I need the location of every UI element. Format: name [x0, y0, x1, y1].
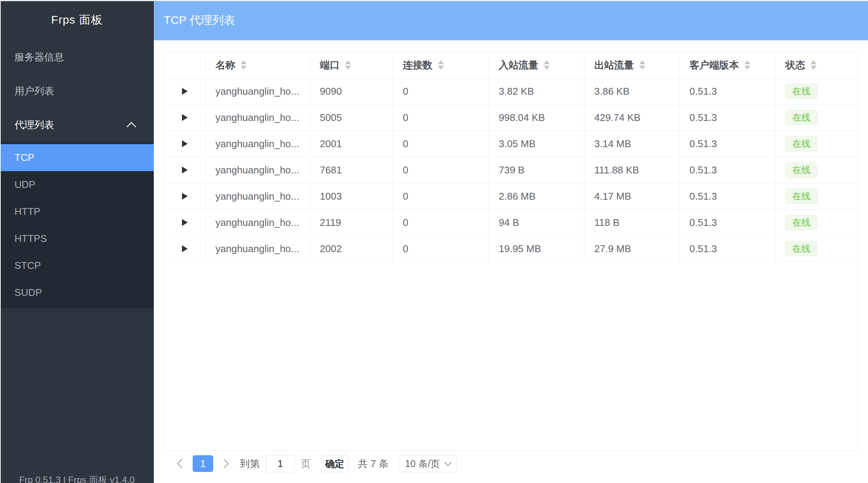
cell-status: 在线 — [775, 210, 857, 235]
sort-caret-icon[interactable] — [811, 60, 817, 70]
column-header[interactable]: 出站流量 — [584, 52, 680, 78]
sort-caret-icon[interactable] — [241, 60, 247, 70]
expand-row-icon[interactable] — [182, 114, 188, 121]
expand-row-icon[interactable] — [182, 245, 188, 252]
table-row: yanghuanglin_ho... 2001 0 3.05 MB 3.14 M… — [164, 131, 857, 157]
status-badge: 在线 — [785, 215, 817, 230]
cell-connections: 0 — [393, 78, 489, 104]
sidebar-subitem[interactable]: TCP — [0, 144, 154, 171]
status-badge: 在线 — [785, 110, 817, 125]
prev-page-icon[interactable] — [177, 459, 186, 468]
cell-port: 2001 — [310, 131, 393, 157]
cell-status: 在线 — [775, 105, 857, 130]
status-badge: 在线 — [785, 241, 817, 256]
expand-row-icon[interactable] — [182, 193, 188, 200]
column-header[interactable]: 名称 — [206, 52, 310, 78]
sidebar-subitem[interactable]: STCP — [0, 252, 154, 279]
table-row: yanghuanglin_ho... 2119 0 94 B 118 B 0.5… — [164, 210, 857, 236]
cell-port: 1003 — [310, 183, 393, 209]
column-header[interactable]: 客户端版本 — [680, 52, 775, 78]
column-label: 连接数 — [403, 59, 432, 72]
page-size-select[interactable]: 10 条/页 — [399, 455, 457, 472]
cell-connections: 0 — [393, 183, 489, 209]
column-header[interactable]: 连接数 — [393, 52, 489, 78]
column-label: 客户端版本 — [689, 59, 739, 72]
column-label: 状态 — [785, 59, 805, 72]
cell-port: 5005 — [310, 105, 393, 130]
expand-row-icon[interactable] — [182, 167, 188, 173]
sidebar-subitem[interactable]: SUDP — [0, 279, 154, 306]
cell-client-version: 0.51.3 — [680, 210, 775, 235]
goto-page-input[interactable] — [266, 455, 295, 472]
cell-traffic-out: 111.88 KB — [584, 157, 680, 183]
page-title: TCP 代理列表 — [164, 13, 235, 28]
column-header[interactable]: 端口 — [310, 52, 393, 78]
total-count-label: 共 7 条 — [358, 457, 389, 470]
cell-traffic-out: 3.86 KB — [584, 78, 680, 104]
expand-cell — [164, 157, 206, 183]
pagination: 1 到第 页 确定 共 7 条 10 条/页 — [164, 455, 457, 472]
next-page-icon[interactable] — [219, 459, 229, 468]
goto-unit-label: 页 — [301, 457, 311, 470]
sort-caret-icon[interactable] — [744, 60, 750, 70]
expand-row-icon[interactable] — [182, 140, 188, 147]
sidebar-subitem[interactable]: HTTP — [0, 198, 154, 225]
chevron-up-icon — [126, 122, 136, 131]
table-row: yanghuanglin_ho... 7681 0 739 B 111.88 K… — [164, 157, 857, 183]
table-row: yanghuanglin_ho... 2002 0 19.95 MB 27.9 … — [164, 236, 857, 262]
confirm-button[interactable]: 确定 — [321, 455, 348, 472]
cell-name: yanghuanglin_ho... — [206, 157, 310, 183]
sidebar-item-user-list[interactable]: 用户列表 — [0, 74, 154, 108]
cell-name: yanghuanglin_ho... — [206, 210, 310, 235]
sort-caret-icon[interactable] — [639, 60, 645, 70]
table-row: yanghuanglin_ho... 5005 0 998.04 KB 429.… — [164, 105, 857, 131]
sidebar-item-proxy-list[interactable]: 代理列表 — [0, 108, 154, 142]
sort-caret-icon[interactable] — [544, 60, 550, 70]
column-header[interactable]: 状态 — [775, 52, 857, 78]
cell-client-version: 0.51.3 — [680, 78, 775, 104]
sidebar-subitem[interactable]: HTTPS — [0, 225, 154, 252]
column-label: 出站流量 — [594, 59, 634, 72]
page-header: TCP 代理列表 — [154, 0, 868, 40]
main-content: 名称 端口 连接数 入站流量 — [154, 40, 868, 483]
sidebar-subitem[interactable]: UDP — [0, 171, 154, 198]
cell-name: yanghuanglin_ho... — [206, 183, 310, 209]
cell-connections: 0 — [393, 131, 489, 157]
cell-connections: 0 — [393, 236, 489, 262]
cell-traffic-in: 94 B — [489, 210, 584, 235]
sort-caret-icon[interactable] — [438, 60, 444, 70]
column-label: 名称 — [215, 59, 235, 72]
expand-row-icon[interactable] — [182, 219, 188, 226]
status-badge: 在线 — [785, 189, 817, 204]
expand-cell — [164, 236, 206, 262]
app-title: Frps 面板 — [0, 0, 154, 40]
column-header[interactable]: 入站流量 — [489, 52, 584, 78]
table-row: yanghuanglin_ho... 9090 0 3.82 KB 3.86 K… — [164, 78, 857, 105]
sidebar-menu: 服务器信息 用户列表 代理列表 TCP UDP HTTP HTTPS STCP … — [0, 40, 154, 308]
expand-column-header — [164, 52, 206, 78]
table-row: yanghuanglin_ho... 1003 0 2.86 MB 4.17 M… — [164, 183, 857, 210]
sidebar-item-label: 代理列表 — [14, 118, 54, 132]
cell-traffic-out: 118 B — [584, 210, 680, 235]
cell-port: 9090 — [310, 78, 393, 104]
goto-prefix-label: 到第 — [240, 457, 260, 470]
expand-cell — [164, 105, 206, 130]
cell-port: 7681 — [310, 157, 393, 183]
cell-status: 在线 — [775, 157, 857, 183]
page-number-button[interactable]: 1 — [193, 455, 213, 472]
status-badge: 在线 — [785, 84, 817, 99]
cell-connections: 0 — [393, 210, 489, 235]
cell-status: 在线 — [775, 78, 857, 104]
page-size-value: 10 条/页 — [405, 458, 440, 470]
cell-status: 在线 — [775, 183, 857, 209]
sort-caret-icon[interactable] — [345, 60, 351, 70]
cell-status: 在线 — [775, 236, 857, 262]
expand-cell — [164, 131, 206, 157]
cell-traffic-in: 739 B — [489, 157, 584, 183]
window-edge-left — [0, 0, 1, 483]
cell-client-version: 0.51.3 — [680, 157, 775, 183]
sidebar-item-server-info[interactable]: 服务器信息 — [0, 40, 154, 74]
expand-row-icon[interactable] — [182, 88, 188, 95]
status-badge: 在线 — [785, 162, 817, 178]
cell-traffic-in: 3.82 KB — [489, 78, 584, 104]
